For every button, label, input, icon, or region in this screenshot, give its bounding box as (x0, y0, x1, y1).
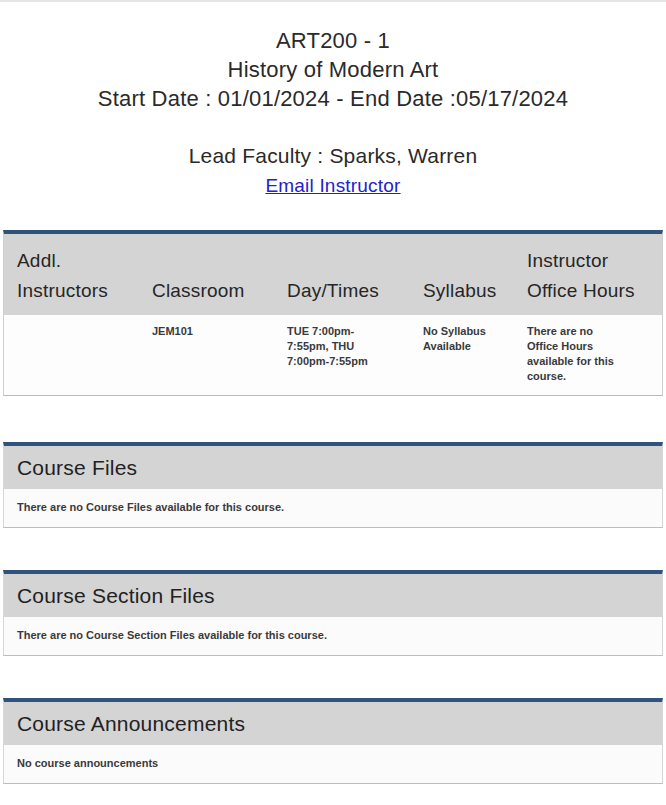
col-day-times: Day/Times (274, 234, 410, 315)
section-course-section-files: Course Section Files There are no Course… (3, 570, 663, 656)
cell-syllabus: No Syllabus Available (410, 315, 514, 395)
office-hours-value: There are no Office Hours available for … (527, 324, 625, 384)
course-dates: Start Date : 01/01/2024 - End Date :05/1… (0, 84, 666, 113)
course-title: History of Modern Art (0, 55, 666, 84)
course-header: ART200 - 1 History of Modern Art Start D… (0, 26, 666, 199)
classroom-value: JEM101 (152, 325, 193, 337)
col-classroom: Classroom (139, 234, 274, 315)
section-course-announcements: Course Announcements No course announcem… (3, 698, 663, 784)
cell-addl-instructors (4, 315, 139, 395)
cell-classroom: JEM101 (139, 315, 274, 395)
course-detail-page: ART200 - 1 History of Modern Art Start D… (0, 26, 666, 784)
email-instructor-link[interactable]: Email Instructor (265, 173, 400, 199)
cell-day-times: TUE 7:00pm-7:55pm, THU 7:00pm-7:55pm (274, 315, 410, 395)
course-announcements-title: Course Announcements (4, 702, 662, 745)
course-files-empty-message: There are no Course Files available for … (4, 489, 662, 527)
day-times-value: TUE 7:00pm-7:55pm, THU 7:00pm-7:55pm (287, 324, 375, 369)
col-syllabus: Syllabus (410, 234, 514, 315)
col-instructor-office-hours: Instructor Office Hours (514, 234, 662, 315)
section-course-files: Course Files There are no Course Files a… (3, 442, 663, 528)
course-announcements-empty-message: No course announcements (4, 745, 662, 783)
col-addl-instructors: Addl. Instructors (4, 234, 139, 315)
info-table-header-row: Addl. Instructors Classroom Day/Times Sy… (4, 234, 662, 315)
course-files-title: Course Files (4, 446, 662, 489)
info-table-row: JEM101 TUE 7:00pm-7:55pm, THU 7:00pm-7:5… (4, 315, 662, 395)
syllabus-value: No Syllabus Available (423, 324, 508, 354)
course-section-files-empty-message: There are no Course Section Files availa… (4, 617, 662, 655)
lead-faculty: Lead Faculty : Sparks, Warren (0, 141, 666, 170)
course-section-files-title: Course Section Files (4, 574, 662, 617)
course-info-table: Addl. Instructors Classroom Day/Times Sy… (3, 230, 663, 396)
faculty-block: Lead Faculty : Sparks, Warren Email Inst… (0, 141, 666, 199)
cell-office-hours: There are no Office Hours available for … (514, 315, 662, 395)
course-code: ART200 - 1 (0, 26, 666, 55)
